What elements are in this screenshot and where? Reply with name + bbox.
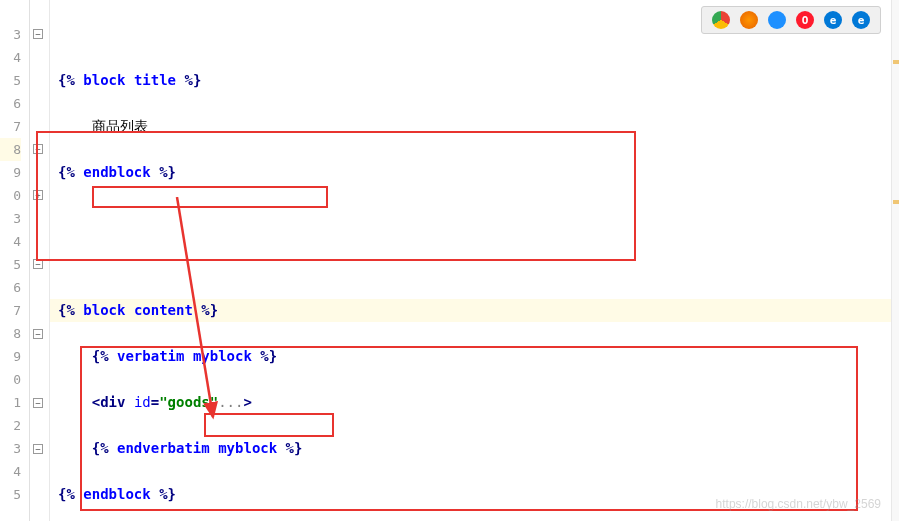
line-num: 6 — [0, 276, 21, 299]
fold-toggle[interactable]: − — [33, 259, 43, 269]
firefox-icon[interactable] — [740, 11, 758, 29]
fold-toggle[interactable]: − — [33, 144, 43, 154]
line-num: 0 — [0, 368, 21, 391]
line-num — [0, 0, 21, 23]
line-num: 4 — [0, 46, 21, 69]
fold-toggle[interactable]: − — [33, 398, 43, 408]
line-num: 3 — [0, 437, 21, 460]
line-num: 7 — [0, 299, 21, 322]
edge-icon[interactable]: e — [852, 11, 870, 29]
fold-toggle[interactable]: − — [33, 329, 43, 339]
code-line — [58, 253, 899, 276]
line-num: 3 — [0, 23, 21, 46]
fold-toggle[interactable]: + — [33, 190, 43, 200]
line-num: 1 — [0, 391, 21, 414]
ie-icon[interactable]: e — [824, 11, 842, 29]
code-content[interactable]: {% block title %} 商品列表 {% endblock %} {%… — [50, 0, 899, 521]
line-num: 4 — [0, 460, 21, 483]
code-editor: 3 4 5 6 7 8 9 0 3 4 5 6 7 8 9 0 1 2 3 4 … — [0, 0, 899, 521]
code-line — [58, 207, 899, 230]
browser-preview-bar: O e e — [701, 6, 881, 34]
code-line: {% endblock %} — [58, 161, 899, 184]
fold-toggle[interactable]: − — [33, 29, 43, 39]
line-number-gutter: 3 4 5 6 7 8 9 0 3 4 5 6 7 8 9 0 1 2 3 4 … — [0, 0, 30, 521]
scrollbar-indicator[interactable] — [891, 0, 899, 521]
line-num: 5 — [0, 253, 21, 276]
chrome-icon[interactable] — [712, 11, 730, 29]
code-line: <div id="goods"...> — [58, 391, 899, 414]
code-line: 商品列表 — [58, 115, 899, 138]
opera-icon[interactable]: O — [796, 11, 814, 29]
line-num: 8 — [0, 138, 21, 161]
line-num: 8 — [0, 322, 21, 345]
marker — [893, 60, 899, 64]
line-num: 5 — [0, 483, 21, 506]
line-num: 4 — [0, 230, 21, 253]
line-num: 9 — [0, 345, 21, 368]
code-line: {% block content %} — [50, 299, 899, 322]
fold-toggle[interactable]: − — [33, 444, 43, 454]
watermark: https://blog.csdn.net/ybw_2569 — [716, 497, 881, 511]
code-line: {% block title %} — [58, 69, 899, 92]
code-line: {% verbatim myblock %} — [58, 345, 899, 368]
line-num: 6 — [0, 92, 21, 115]
line-num: 2 — [0, 414, 21, 437]
line-num: 3 — [0, 207, 21, 230]
line-num: 0 — [0, 184, 21, 207]
line-num: 9 — [0, 161, 21, 184]
marker — [893, 200, 899, 204]
safari-icon[interactable] — [768, 11, 786, 29]
code-line: {% endverbatim myblock %} — [58, 437, 899, 460]
fold-column: − − + − − − − — [30, 0, 50, 521]
line-num: 7 — [0, 115, 21, 138]
line-num: 5 — [0, 69, 21, 92]
